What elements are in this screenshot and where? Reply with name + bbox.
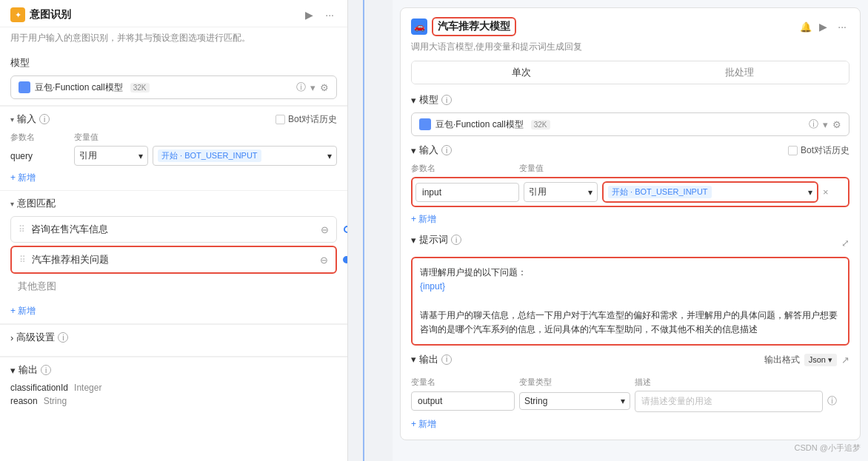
- json-chevron: ▾: [828, 355, 832, 364]
- intent-item-1[interactable]: ⠿ 汽车推荐相关问题 ⊖ →: [10, 246, 337, 274]
- right-card: 🚗 汽车推荐大模型 🔔 ▶ ··· 调用大语言模型,使用变量和提示词生成回复 单…: [400, 7, 861, 440]
- prompt-line-3: 请基于用户的聊天信息，总结一下用户对于汽车造型的偏好和需求，并理解用户的具体问题…: [420, 309, 841, 337]
- intent-minus-1[interactable]: ⊖: [320, 255, 328, 266]
- right-output-info[interactable]: i: [441, 354, 452, 365]
- right-model-label: ▾ 模型 i: [411, 93, 849, 107]
- left-param-row: query 引用 ▾ 开始 · BOT_USER_INPUT ▾: [10, 146, 337, 166]
- right-model-tag: 32K: [531, 120, 550, 129]
- left-panel-title: 意图识别: [30, 8, 71, 21]
- right-param-name-box[interactable]: input: [415, 183, 519, 202]
- advanced-section: › 高级设置 i: [0, 324, 347, 356]
- right-bot-label: Bot对话历史: [801, 144, 849, 157]
- prompt-expand-icon[interactable]: ⤢: [841, 238, 849, 249]
- intent-actions-1: ⊖: [320, 255, 328, 266]
- right-model-settings[interactable]: ⚙: [832, 119, 841, 130]
- left-param-name: query: [10, 151, 70, 161]
- bot-history-label: Bot对话历史: [288, 113, 337, 126]
- right-output-info-icon[interactable]: ⓘ: [827, 394, 849, 408]
- left-model-section: 模型 豆包·Function call模型 32K ⓘ ▾ ⚙: [0, 50, 347, 105]
- panel-title-row: ✦ 意图识别: [10, 7, 71, 22]
- model-logo: [19, 81, 30, 93]
- right-play-button[interactable]: ▶: [816, 19, 830, 34]
- intent-add-new[interactable]: + 新增: [10, 305, 36, 317]
- intent-section: ▾ 意图匹配 ⠿ 咨询在售汽车信息 ⊖ ⠿ 汽车推荐相关问题 ⊖ →: [0, 191, 347, 323]
- prompt-info[interactable]: i: [451, 235, 461, 245]
- drag-handle-1[interactable]: ⠿: [19, 255, 26, 265]
- right-output-header-row: 变量名 变量类型 描述: [411, 377, 849, 388]
- play-button[interactable]: ▶: [302, 7, 316, 22]
- advanced-info-icon[interactable]: i: [58, 332, 68, 343]
- right-param-select[interactable]: 引用 ▾: [524, 182, 598, 202]
- intent-text-0: 咨询在售汽车信息: [31, 223, 315, 236]
- ref-tag: 开始 · BOT_USER_INPUT: [158, 149, 261, 162]
- left-output-section: ▾ 输出 i classificationId Integer reason S…: [0, 357, 347, 415]
- right-input-info[interactable]: i: [441, 145, 452, 155]
- right-model-info-icon[interactable]: ⓘ: [809, 118, 818, 131]
- right-output-name[interactable]: output: [411, 391, 515, 411]
- right-model-chevron[interactable]: ▾: [823, 119, 828, 130]
- right-param-value-row: input 引用 ▾ 开始 · BOT_USER_INPUT ▾ ×: [411, 177, 849, 207]
- drag-handle-0[interactable]: ⠿: [19, 224, 25, 235]
- right-param-ref[interactable]: 开始 · BOT_USER_INPUT ▾: [602, 181, 818, 203]
- right-model-left: 豆包·Function call模型 32K: [419, 118, 550, 131]
- right-param-close[interactable]: ×: [823, 186, 845, 198]
- right-bot-checkbox[interactable]: [788, 146, 798, 155]
- prompt-line-2: {input}: [420, 280, 841, 294]
- right-bot-history[interactable]: Bot对话历史: [788, 144, 849, 157]
- model-chevron-icon[interactable]: ▾: [310, 82, 316, 93]
- right-output-type[interactable]: String ▾: [519, 392, 630, 410]
- connector-area: [348, 0, 393, 461]
- right-ref-tag: 开始 · BOT_USER_INPUT: [608, 186, 712, 198]
- output-item-1: reason String: [10, 396, 337, 406]
- bot-history-checkbox[interactable]: [276, 115, 285, 124]
- intent-item-0[interactable]: ⠿ 咨询在售汽车信息 ⊖: [10, 216, 337, 243]
- intent-list: ⠿ 咨询在售汽车信息 ⊖ ⠿ 汽车推荐相关问题 ⊖ →: [10, 216, 337, 274]
- left-model-name: 豆包·Function call模型: [35, 81, 123, 94]
- right-card-title: 汽车推荐大模型: [432, 17, 516, 36]
- left-output-label[interactable]: ▾ 输出 i: [10, 363, 337, 377]
- right-add-output[interactable]: + 新增: [411, 418, 436, 431]
- prompt-label: ▾ 提示词 i: [411, 233, 461, 246]
- right-output-desc[interactable]: 请描述变量的用途: [635, 391, 823, 412]
- model-settings-icon[interactable]: ⚙: [320, 82, 329, 93]
- intent-section-label[interactable]: ▾ 意图匹配: [10, 197, 337, 210]
- right-model-logo: [419, 118, 431, 130]
- output-type-1: String: [44, 396, 67, 406]
- output-info-icon[interactable]: i: [41, 365, 51, 375]
- left-input-section: ▾ 输入 i Bot对话历史 参数名 变量值 query 引用 ▾ 开始 · B…: [0, 106, 347, 190]
- tab-batch[interactable]: 批处理: [630, 61, 849, 84]
- prompt-section: ▾ 提示词 i ⤢ 请理解用户提的以下问题： {input} 请基于用户的聊天信…: [411, 233, 849, 346]
- advanced-label[interactable]: › 高级设置 i: [10, 331, 337, 344]
- right-card-header: 🚗 汽车推荐大模型 🔔 ▶ ···: [411, 17, 849, 36]
- left-param-select[interactable]: 引用 ▾: [74, 146, 148, 166]
- left-panel: ✦ 意图识别 ▶ ··· 用于用户输入的意图识别，并将其与预设意图选项进行匹配。…: [0, 0, 348, 461]
- output-export-icon[interactable]: ↗: [841, 354, 849, 366]
- left-header-actions: ▶ ···: [302, 7, 337, 22]
- prompt-box[interactable]: 请理解用户提的以下问题： {input} 请基于用户的聊天信息，总结一下用户对于…: [411, 257, 849, 346]
- more-button[interactable]: ···: [322, 7, 337, 22]
- left-model-label: 模型: [10, 56, 337, 70]
- right-card-desc: 调用大语言模型,使用变量和提示词生成回复: [411, 41, 849, 53]
- left-input-header: ▾ 输入 i Bot对话历史: [10, 112, 337, 126]
- right-model-selector[interactable]: 豆包·Function call模型 32K ⓘ ▾ ⚙: [411, 112, 849, 136]
- right-model-section: ▾ 模型 i 豆包·Function call模型 32K ⓘ ▾ ⚙: [411, 93, 849, 136]
- left-param-ref[interactable]: 开始 · BOT_USER_INPUT ▾: [153, 146, 337, 166]
- left-add-param[interactable]: + 新增: [10, 172, 36, 184]
- right-model-info[interactable]: i: [441, 95, 452, 105]
- left-model-tag: 32K: [130, 83, 150, 92]
- input-info-icon[interactable]: i: [39, 114, 50, 124]
- intent-minus-0[interactable]: ⊖: [321, 224, 329, 235]
- select-chevron: ▾: [138, 151, 143, 161]
- advanced-chevron: ›: [10, 332, 13, 343]
- tab-single[interactable]: 单次: [412, 61, 630, 84]
- output-item-0: classificationId Integer: [10, 383, 337, 393]
- right-add-param[interactable]: + 新增: [411, 213, 436, 226]
- bot-history[interactable]: Bot对话历史: [276, 113, 337, 126]
- watermark: CSDN @小手追梦: [795, 443, 861, 454]
- other-intent[interactable]: 其他意图: [10, 274, 337, 299]
- model-info-icon[interactable]: ⓘ: [296, 81, 306, 94]
- right-more-button[interactable]: ···: [835, 19, 849, 34]
- left-model-selector[interactable]: 豆包·Function call模型 32K ⓘ ▾ ⚙: [10, 75, 337, 99]
- right-bell-icon[interactable]: 🔔: [800, 21, 812, 33]
- intent-icon: ✦: [10, 7, 25, 22]
